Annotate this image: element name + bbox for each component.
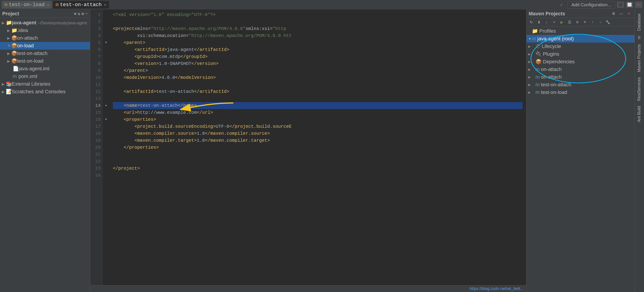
code-line-23: </project> [113, 165, 522, 172]
sidebar-icon-1[interactable]: ⊕ [74, 11, 76, 16]
tab-test-on-attach-close[interactable]: ✕ [104, 2, 106, 7]
sidebar-minimize-icon[interactable]: — [85, 11, 88, 16]
gutter-18 [103, 130, 109, 137]
right-tabs: Database m Maven Projects RestServices A… [634, 9, 644, 292]
gutter-20 [103, 144, 109, 151]
run-indicator: ✓ [560, 2, 563, 8]
tab-test-on-attach[interactable]: m test-on-attach ✕ [53, 1, 109, 8]
right-tab-ant-build[interactable]: Ant Build [636, 104, 643, 124]
sidebar-item-on-attach[interactable]: ▶ 📦 on-attach [0, 34, 90, 42]
maven-close-button[interactable]: ✕ [626, 10, 632, 17]
maven-item-profiles[interactable]: 📁 Profiles [526, 27, 634, 35]
sidebar-item-external-libraries[interactable]: ▶ 📚 External Libraries [0, 80, 90, 88]
maven-btn-up[interactable]: ↑ [589, 19, 596, 25]
status-link[interactable]: https://blog.csdn.net/wt_bett... [470, 286, 524, 291]
toolbar-icon-2[interactable]: ⬜ [626, 1, 633, 8]
gutter-13 [103, 95, 109, 102]
maven-item-on-attach1[interactable]: ▶ m on-attach [526, 66, 634, 73]
right-tab-restservices[interactable]: RestServices [636, 75, 643, 103]
status-bar: https://blog.csdn.net/wt_bett... [90, 285, 526, 292]
maven-item-lifecycle[interactable]: ▶ ⏱ Lifecycle [526, 43, 634, 50]
maven-minimize-button[interactable]: — [618, 10, 624, 17]
test-on-load-m-label: test-on-load [541, 89, 567, 95]
sidebar-item-test-on-load[interactable]: ▶ 📦 test-on-load [0, 57, 90, 65]
code-area[interactable]: <?xml version="1.0" encoding="UTF-8"?> <… [109, 9, 526, 285]
sidebar-icon-2[interactable]: ⇅ [78, 11, 80, 16]
sidebar-header-icons: ⊕ ⇅ ⚙ — [74, 11, 88, 16]
code-line-22 [113, 158, 522, 165]
maven-btn-download[interactable]: ⬇ [536, 19, 542, 25]
maven-btn-wrench[interactable]: 🔧 [604, 19, 611, 25]
java-agent-root-arrow: ▼ [528, 37, 532, 40]
test-on-attach-m-label: test-on-attach [541, 82, 571, 88]
pom-icon: m [13, 73, 18, 79]
title-bar: m test-on-load ✕ m test-on-attach ✕ ✓ Ad… [0, 0, 644, 9]
gutter-fold-16[interactable]: ▼ [103, 116, 109, 123]
maven-toolbar: ↻ ⬇ ↓ + ▶ ☰ ✕ ≡ ↑ ↓ 🔧 [526, 18, 634, 26]
maven-btn-add[interactable]: + [551, 19, 558, 25]
test-on-attach-m-icon: m [536, 82, 540, 88]
maven-btn-down2[interactable]: ↓ [597, 19, 604, 25]
line-num-7: 7 [90, 53, 103, 60]
label-scratches: Scratches and Consoles [12, 89, 66, 95]
add-configuration-button[interactable]: Add Configuration... [568, 1, 615, 8]
tab-test-on-load[interactable]: m test-on-load ✕ [2, 1, 52, 8]
code-line-11 [113, 81, 522, 88]
sidebar-item-scratches[interactable]: ▶ 📝 Scratches and Consoles [0, 88, 90, 96]
main-layout: Project ⊕ ⇅ ⚙ — ▶ 📁 java-agent ~/Develop… [0, 9, 644, 292]
maven-item-dependencies[interactable]: ▶ 📦 Dependencies [526, 58, 634, 66]
sidebar-item-pom-xml[interactable]: m pom.xml [0, 73, 90, 80]
gutter-fold-5[interactable]: ▼ [103, 39, 109, 46]
maven-item-test-on-load[interactable]: ▶ m test-on-load [526, 89, 634, 96]
arrow-java-agent: ▶ [2, 21, 6, 25]
right-tab-maven-projects[interactable]: Maven Projects [636, 42, 643, 74]
maven-btn-toggle[interactable]: ≡ [582, 19, 588, 25]
sidebar-gear-icon[interactable]: ⚙ [82, 11, 84, 16]
tab-m-icon2: m [56, 2, 58, 8]
maven-item-on-attach2[interactable]: ▶ m on-attach [526, 73, 634, 81]
maven-btn-download-src[interactable]: ↓ [543, 19, 550, 25]
maven-btn-refresh[interactable]: ↻ [528, 19, 534, 25]
toolbar-icon-1[interactable]: ⬛ [617, 1, 624, 8]
on-attach2-label: on-attach [541, 74, 562, 80]
maven-header-actions: ⚙ — ✕ [610, 10, 632, 17]
maven-item-java-agent-root[interactable]: ▼ m java-agent (root) [526, 35, 634, 43]
maven-btn-skip[interactable]: ✕ [574, 19, 580, 25]
tab-test-on-load-close[interactable]: ✕ [47, 2, 50, 7]
code-line-18: <maven.compiler.source> 1.8 </maven.comp… [113, 130, 522, 137]
sidebar-item-on-load[interactable]: ▼ 📦 on-load [0, 42, 90, 50]
toolbar-icon-3[interactable]: — [635, 1, 642, 8]
module-icon-test-on-attach: 📦 [11, 50, 17, 56]
code-line-17: <project.build.sourceEncoding> UTF-8 </p… [113, 123, 522, 130]
sidebar-item-java-agent[interactable]: ▶ 📁 java-agent ~/Develop/study/java-agen… [0, 19, 90, 27]
sidebar-item-idea[interactable]: ▶ 📁 .idea [0, 27, 90, 34]
gutter-9 [103, 67, 109, 74]
sidebar-item-test-on-attach[interactable]: ▶ 📦 test-on-attach [0, 50, 90, 57]
gutter-12 [103, 88, 109, 95]
sidebar-tree: ▶ 📁 java-agent ~/Develop/study/java-agen… [0, 18, 90, 292]
code-line-4: xsi:schemaLocation="http://maven.apache.… [113, 32, 522, 39]
maven-title: Maven Projects [529, 11, 565, 17]
line-num-6: 6 [90, 46, 103, 53]
right-tab-m[interactable]: m [636, 34, 643, 41]
gutter-15 [103, 109, 109, 116]
maven-btn-run[interactable]: ▶ [558, 19, 565, 25]
editor-content: 1 2 3 4 5 6 7 8 9 10 11 12 13 14 15 16 1… [90, 9, 526, 285]
module-icon-on-load: 📦 [11, 43, 17, 49]
maven-settings-button[interactable]: ⚙ [610, 10, 617, 17]
code-line-1: <?xml version="1.0" encoding="UTF-8"?> [113, 11, 522, 18]
label-test-on-attach: test-on-attach [17, 50, 48, 56]
plugins-label: Plugins [543, 51, 559, 57]
on-attach2-icon: m [536, 74, 540, 80]
sidebar-item-java-agent-iml[interactable]: 📄 java-agent.iml [0, 65, 90, 73]
maven-btn-run-config[interactable]: ☰ [566, 19, 573, 25]
maven-item-test-on-attach[interactable]: ▶ m test-on-attach [526, 81, 634, 89]
line-num-10: 10 [90, 74, 103, 81]
code-line-9: </parent> [113, 67, 522, 74]
line-num-3: 3 [90, 25, 103, 32]
dependencies-label: Dependencies [543, 59, 575, 65]
maven-item-plugins[interactable]: ▶ 🔌 Plugins [526, 50, 634, 58]
right-tab-database[interactable]: Database [636, 11, 643, 33]
code-line-19: <maven.compiler.target> 1.8 </maven.comp… [113, 137, 522, 144]
gutter-7 [103, 53, 109, 60]
